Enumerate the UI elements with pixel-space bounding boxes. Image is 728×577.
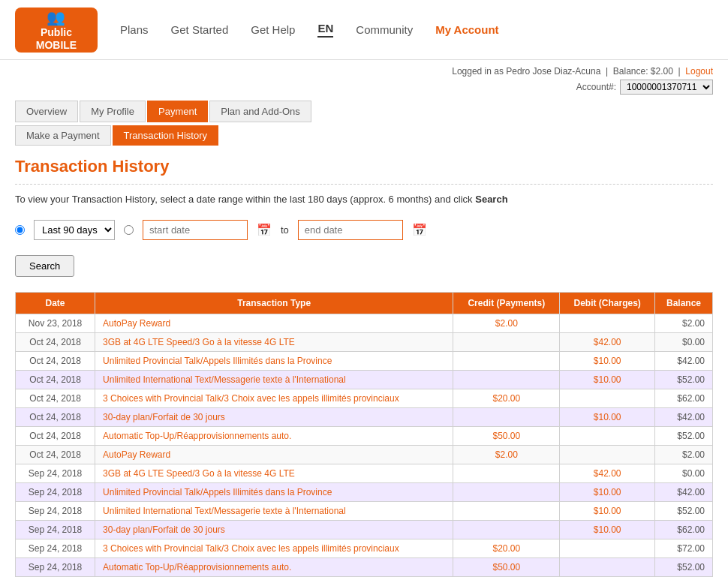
- col-header-date: Date: [16, 293, 95, 314]
- cell-type: Unlimited International Text/Messagerie …: [95, 371, 453, 389]
- nav-get-started[interactable]: Get Started: [171, 23, 229, 36]
- cell-date: Sep 24, 2018: [16, 483, 95, 502]
- cell-type: 30-day plan/Forfait de 30 jours: [95, 521, 453, 539]
- search-button-wrapper: Search: [15, 255, 713, 277]
- cell-debit: [560, 446, 655, 464]
- cell-credit: [453, 483, 560, 502]
- table-row: Sep 24, 2018 3 Choices with Provincial T…: [16, 539, 713, 558]
- cell-balance: $42.00: [655, 352, 713, 371]
- cell-balance: $52.00: [655, 427, 713, 446]
- end-date-input[interactable]: [298, 220, 403, 240]
- cell-debit: $42.00: [560, 333, 655, 352]
- cell-balance: $72.00: [655, 539, 713, 558]
- cell-date: Nov 23, 2018: [16, 314, 95, 333]
- tab-transaction-history[interactable]: Transaction History: [113, 125, 219, 146]
- nav-links: Plans Get Started Get Help EN Community …: [120, 22, 713, 38]
- table-row: Oct 24, 2018 Unlimited International Tex…: [16, 371, 713, 389]
- tab-my-profile[interactable]: My Profile: [80, 101, 146, 122]
- cell-date: Oct 24, 2018: [16, 333, 95, 352]
- cell-type: 3GB at 4G LTE Speed/3 Go à la vitesse 4G…: [95, 333, 453, 352]
- cell-type: 3 Choices with Provincial Talk/3 Choix a…: [95, 389, 453, 408]
- primary-tabs: Overview My Profile Payment Plan and Add…: [0, 101, 728, 122]
- cell-type: 30-day plan/Forfait de 30 jours: [95, 408, 453, 427]
- cell-credit: [453, 502, 560, 521]
- cell-type: AutoPay Reward: [95, 446, 453, 464]
- cell-balance: $42.00: [655, 483, 713, 502]
- end-calendar-button[interactable]: 📅: [412, 223, 427, 237]
- table-row: Sep 24, 2018 Unlimited International Tex…: [16, 502, 713, 521]
- cell-date: Oct 24, 2018: [16, 389, 95, 408]
- cell-date: Sep 24, 2018: [16, 464, 95, 483]
- tab-overview[interactable]: Overview: [15, 101, 78, 122]
- col-header-type: Transaction Type: [95, 293, 453, 314]
- table-row: Sep 24, 2018 Automatic Top-Up/Réapprovis…: [16, 558, 713, 577]
- cell-balance: $52.00: [655, 558, 713, 577]
- cell-debit: $10.00: [560, 371, 655, 389]
- cell-debit: [560, 389, 655, 408]
- account-label: Account#:: [576, 82, 616, 92]
- account-number-row: Account#: 10000001370711: [0, 78, 728, 101]
- transactions-table: Date Transaction Type Credit (Payments) …: [15, 292, 713, 577]
- cell-date: Oct 24, 2018: [16, 352, 95, 371]
- cell-type: AutoPay Reward: [95, 314, 453, 333]
- cell-type: 3GB at 4G LTE Speed/3 Go à la vitesse 4G…: [95, 464, 453, 483]
- cell-date: Sep 24, 2018: [16, 539, 95, 558]
- logo[interactable]: 👥 PublicMOBILE: [15, 8, 98, 53]
- nav-plans[interactable]: Plans: [120, 23, 149, 36]
- logout-link[interactable]: Logout: [685, 66, 713, 77]
- start-calendar-button[interactable]: 📅: [257, 223, 272, 237]
- account-bar: Logged in as Pedro Jose Diaz-Acuna | Bal…: [0, 60, 728, 78]
- nav-en[interactable]: EN: [317, 22, 333, 38]
- cell-debit: $42.00: [560, 464, 655, 483]
- header: 👥 PublicMOBILE Plans Get Started Get Hel…: [0, 0, 728, 101]
- cell-balance: $62.00: [655, 521, 713, 539]
- search-button[interactable]: Search: [15, 255, 74, 277]
- cell-debit: [560, 314, 655, 333]
- table-header-row: Date Transaction Type Credit (Payments) …: [16, 293, 713, 314]
- tab-plan-addons[interactable]: Plan and Add-Ons: [209, 101, 311, 122]
- cell-balance: $42.00: [655, 408, 713, 427]
- table-row: Oct 24, 2018 AutoPay Reward $2.00 $2.00: [16, 446, 713, 464]
- cell-debit: [560, 539, 655, 558]
- cell-type: Automatic Top-Up/Réapprovisionnements au…: [95, 427, 453, 446]
- table-row: Sep 24, 2018 Unlimited Provincial Talk/A…: [16, 483, 713, 502]
- col-header-balance: Balance: [655, 293, 713, 314]
- cell-credit: $50.00: [453, 558, 560, 577]
- tab-make-payment[interactable]: Make a Payment: [15, 125, 111, 146]
- radio-preset[interactable]: [15, 225, 25, 235]
- cell-debit: $10.00: [560, 483, 655, 502]
- start-date-input[interactable]: [143, 220, 248, 240]
- nav-get-help[interactable]: Get Help: [251, 23, 295, 36]
- cell-credit: $20.00: [453, 539, 560, 558]
- cell-balance: $62.00: [655, 389, 713, 408]
- table-row: Oct 24, 2018 Unlimited Provincial Talk/A…: [16, 352, 713, 371]
- cell-credit: $50.00: [453, 427, 560, 446]
- radio-custom[interactable]: [124, 225, 134, 235]
- cell-credit: [453, 521, 560, 539]
- date-range-select[interactable]: Last 90 days Last 30 days Last 60 days: [34, 220, 115, 240]
- cell-credit: [453, 371, 560, 389]
- table-row: Nov 23, 2018 AutoPay Reward $2.00 $2.00: [16, 314, 713, 333]
- cell-type: Unlimited International Text/Messagerie …: [95, 502, 453, 521]
- secondary-tabs: Make a Payment Transaction History: [0, 124, 728, 146]
- account-select[interactable]: 10000001370711: [620, 80, 713, 95]
- cell-date: Oct 24, 2018: [16, 408, 95, 427]
- cell-credit: $2.00: [453, 446, 560, 464]
- cell-credit: [453, 408, 560, 427]
- cell-balance: $0.00: [655, 333, 713, 352]
- cell-debit: [560, 427, 655, 446]
- cell-debit: $10.00: [560, 352, 655, 371]
- nav-community[interactable]: Community: [356, 23, 413, 36]
- table-row: Oct 24, 2018 3 Choices with Provincial T…: [16, 389, 713, 408]
- cell-date: Sep 24, 2018: [16, 558, 95, 577]
- instructions: To view your Transaction History, select…: [15, 194, 713, 205]
- cell-credit: [453, 333, 560, 352]
- cell-credit: $2.00: [453, 314, 560, 333]
- cell-debit: $10.00: [560, 502, 655, 521]
- cell-type: Unlimited Provincial Talk/Appels Illimit…: [95, 483, 453, 502]
- nav-my-account[interactable]: My Account: [435, 23, 498, 36]
- cell-debit: [560, 558, 655, 577]
- cell-balance: $52.00: [655, 502, 713, 521]
- page-title: Transaction History: [15, 157, 713, 185]
- tab-payment[interactable]: Payment: [147, 101, 208, 122]
